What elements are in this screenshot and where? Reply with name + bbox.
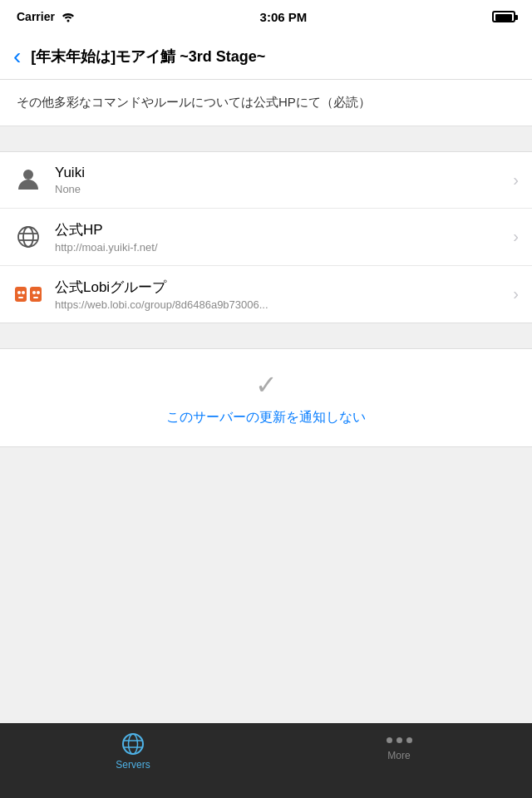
description-label: その他多彩なコマンドやルールについては公式HPにて（必読） (17, 95, 371, 109)
notification-link[interactable]: このサーバーの更新を通知しない (166, 409, 366, 426)
more-dots (387, 737, 412, 743)
content-area: その他多彩なコマンドやルールについては公式HPにて（必読） Yuiki None… (0, 80, 532, 723)
checkmark-icon: ✓ (255, 369, 278, 401)
back-button[interactable]: ‹ (13, 45, 21, 68)
svg-point-10 (32, 291, 36, 294)
yuiki-title: Yuiki (55, 165, 506, 181)
svg-point-14 (123, 734, 143, 754)
separator-2 (0, 323, 532, 348)
yuiki-text: Yuiki None (55, 165, 506, 195)
list-item-yuiki[interactable]: Yuiki None › (0, 152, 532, 209)
separator-1 (0, 126, 532, 151)
tab-bar: Servers More (0, 723, 532, 798)
tab-servers[interactable]: Servers (0, 732, 266, 771)
svg-point-1 (23, 170, 33, 180)
svg-point-15 (129, 734, 138, 754)
status-left: Carrier (17, 10, 75, 23)
lobi-icon (13, 279, 43, 309)
wifi-icon (62, 11, 75, 22)
person-icon (13, 165, 43, 195)
status-right (492, 11, 515, 22)
status-time: 3:06 PM (260, 10, 308, 24)
battery-icon (492, 11, 515, 22)
official-hp-title: 公式HP (55, 220, 506, 239)
yuiki-subtitle: None (55, 183, 506, 195)
servers-tab-label: Servers (116, 759, 150, 771)
lobi-group-subtitle: https://web.lobi.co/group/8d6486a9b73006… (55, 298, 506, 311)
svg-rect-7 (30, 287, 42, 302)
globe-icon (13, 222, 43, 252)
lobi-group-title: 公式Lobiグループ (55, 278, 506, 297)
list-section: Yuiki None › 公式HP http://moai.yuiki-f.ne… (0, 151, 532, 323)
svg-rect-12 (18, 297, 23, 298)
carrier-label: Carrier (17, 10, 55, 23)
nav-title: [年末年始は]モアイ鯖 ~3rd Stage~ (31, 47, 519, 66)
servers-globe-icon (120, 732, 146, 756)
official-hp-text: 公式HP http://moai.yuiki-f.net/ (55, 220, 506, 254)
official-hp-chevron: › (513, 227, 519, 246)
svg-rect-6 (15, 287, 27, 302)
navigation-bar: ‹ [年末年始は]モアイ鯖 ~3rd Stage~ (0, 33, 532, 80)
list-item-official-hp[interactable]: 公式HP http://moai.yuiki-f.net/ › (0, 209, 532, 266)
svg-point-8 (17, 291, 21, 294)
bottom-spacer (0, 472, 532, 724)
notification-section: ✓ このサーバーの更新を通知しない (0, 348, 532, 447)
svg-point-2 (18, 227, 38, 247)
svg-rect-13 (33, 297, 38, 298)
dot-1 (387, 737, 392, 743)
lobi-group-text: 公式Lobiグループ https://web.lobi.co/group/8d6… (55, 278, 506, 311)
svg-point-3 (23, 227, 33, 247)
status-bar: Carrier 3:06 PM (0, 0, 532, 33)
tab-more[interactable]: More (266, 732, 532, 761)
more-tab-label: More (387, 750, 410, 761)
list-item-lobi-group[interactable]: 公式Lobiグループ https://web.lobi.co/group/8d6… (0, 266, 532, 323)
official-hp-subtitle: http://moai.yuiki-f.net/ (55, 241, 506, 254)
dot-2 (397, 737, 402, 743)
svg-point-11 (37, 291, 40, 294)
dot-3 (406, 737, 412, 743)
lobi-svg (13, 282, 43, 307)
svg-point-0 (66, 20, 69, 22)
yuiki-chevron: › (513, 170, 519, 190)
svg-point-9 (22, 291, 25, 294)
separator-3 (0, 447, 532, 472)
description-text: その他多彩なコマンドやルールについては公式HPにて（必読） (0, 80, 532, 126)
lobi-group-chevron: › (513, 284, 519, 303)
